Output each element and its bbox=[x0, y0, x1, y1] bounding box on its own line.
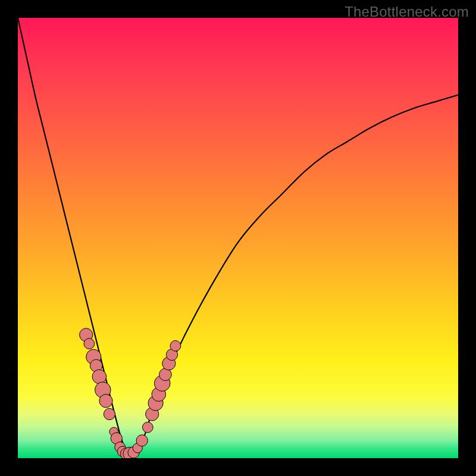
data-marker bbox=[84, 339, 95, 349]
curve-layer bbox=[18, 18, 458, 458]
chart-frame: TheBottleneck.com bbox=[0, 0, 476, 476]
data-marker bbox=[136, 435, 148, 446]
watermark-text: TheBottleneck.com bbox=[345, 4, 469, 20]
data-marker bbox=[99, 394, 112, 408]
data-markers bbox=[80, 328, 181, 458]
data-marker bbox=[104, 408, 115, 419]
data-marker bbox=[142, 422, 153, 433]
data-marker bbox=[92, 369, 107, 384]
data-marker bbox=[170, 340, 181, 351]
plot-area bbox=[18, 18, 458, 458]
bottleneck-curve bbox=[18, 18, 458, 458]
